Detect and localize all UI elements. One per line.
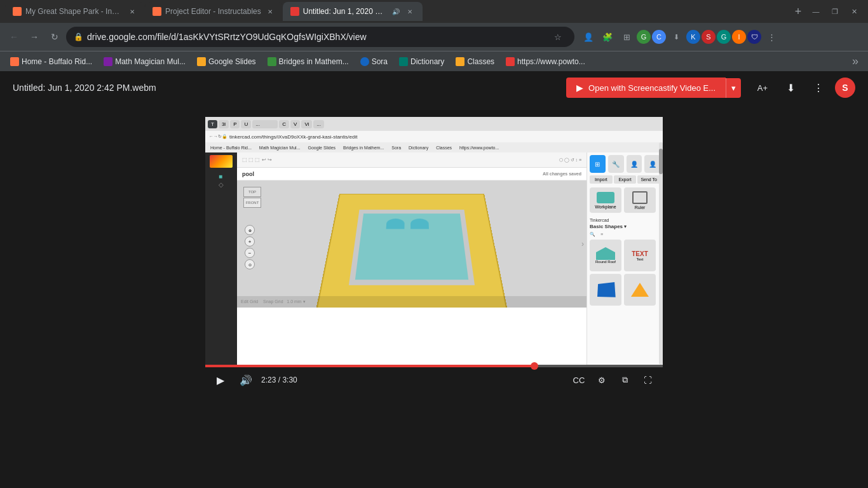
tc-toolbar: ⬚ ⬚ ⬚ ↩ ↪ ⬡ ◯ ↺ ↕ ≡ <box>237 152 587 168</box>
more-options-button[interactable]: ⋮ <box>807 76 830 99</box>
profile-icon[interactable]: 👤 <box>580 28 597 46</box>
bookmark-powto[interactable]: https://www.powto... <box>501 54 590 69</box>
tc-title-bar: pool All changes saved <box>237 168 587 180</box>
download-button[interactable]: ⬇ <box>779 76 802 99</box>
bookmark-slides[interactable]: Google Slides <box>192 54 261 69</box>
open-with-main[interactable]: ▶ Open with Screencastify Video E... <box>566 78 726 98</box>
bookmark-star[interactable]: ☆ <box>549 28 567 46</box>
tab-3[interactable]: Untitled: Jun 1, 2020 2:42 PM... 🔊 ✕ <box>283 2 423 21</box>
tc-ruler-icon <box>632 191 648 204</box>
bookmark-buffalo-label: Home - Buffalo Rid... <box>22 57 92 66</box>
tc-bm-7: Classes <box>433 145 454 151</box>
settings-button[interactable]: ⚙ <box>592 370 612 390</box>
tc-user-icon: 👤 <box>627 155 642 173</box>
tc-tab-2: 3l <box>219 120 229 128</box>
tab-3-favicon <box>290 7 299 16</box>
volume-button[interactable]: 🔊 <box>236 370 256 390</box>
back-button[interactable]: ← <box>5 28 23 46</box>
toolbar-right: 👤 🧩 ⊞ G C ⬇ K S G I 🛡 ⋮ <box>580 28 780 46</box>
screencastify-icon[interactable]: S <box>702 30 715 44</box>
bookmark-slides-icon <box>197 57 206 66</box>
bookmark-buffalo[interactable]: Home - Buffalo Rid... <box>5 54 97 69</box>
instruct-icon[interactable]: I <box>732 30 746 44</box>
shield-icon[interactable]: 🛡 <box>747 30 761 44</box>
video-container: T 3l P U ... C V Vi ... ←→↻🔒 <box>205 117 663 393</box>
tc-scrollbar-thumb[interactable] <box>659 149 663 174</box>
tc-bookmarks: Home - Buffalo Rid... Math Magician Mul.… <box>205 142 663 152</box>
open-with-button[interactable]: ▶ Open with Screencastify Video E... ▾ <box>566 78 741 98</box>
tc-address: ←→↻🔒 tinkercad.com/things/iXvaD9oXXk-gra… <box>205 131 663 142</box>
miniplayer-button[interactable]: ⧉ <box>614 370 635 390</box>
bookmark-sora[interactable]: Sora <box>355 54 393 69</box>
tc-workspace: ⬚ ⬚ ⬚ ↩ ↪ ⬡ ◯ ↺ ↕ ≡ pool All changes sav… <box>237 152 587 365</box>
bookmarks-bar: Home - Buffalo Rid... Math Magician Mul.… <box>0 51 868 71</box>
grid-icon[interactable]: ⊞ <box>618 28 635 46</box>
tc-workplane: Workplane <box>590 187 621 213</box>
tc-tab-9: ... <box>313 120 324 128</box>
user-avatar[interactable]: S <box>835 78 855 98</box>
tab-1[interactable]: My Great Shape Park - Instructabl... ✕ <box>5 2 145 21</box>
minimize-button[interactable]: — <box>807 3 825 20</box>
acrobat-button[interactable]: A+ <box>751 76 774 99</box>
bookmark-bridges[interactable]: Bridges in Mathem... <box>262 54 354 69</box>
bookmark-powto-icon <box>506 57 515 66</box>
address-bar[interactable]: 🔒 drive.google.com/file/d/1asKkVYtSRrtzY… <box>66 27 574 47</box>
refresh-button[interactable]: ↻ <box>46 28 64 46</box>
cc-button[interactable]: CC <box>569 370 589 390</box>
pool-accent1 <box>386 219 405 229</box>
forward-button[interactable]: → <box>25 28 43 46</box>
extensions-icon[interactable]: 🧩 <box>599 28 616 46</box>
tc-tab-5: ... <box>252 120 278 128</box>
video-screen[interactable]: T 3l P U ... C V Vi ... ←→↻🔒 <box>205 117 663 365</box>
tc-tinkercad-label: Tinkercad <box>590 218 660 222</box>
bookmark-classes-label: Classes <box>467 57 494 66</box>
bookmark-math-icon <box>104 57 112 66</box>
tc-tab-6: C <box>279 120 289 128</box>
tinkercad-frame: T 3l P U ... C V Vi ... ←→↻🔒 <box>205 117 663 365</box>
maximize-button[interactable]: ❐ <box>826 3 844 20</box>
bookmark-bridges-icon <box>268 57 276 66</box>
tc-tab-8: Vi <box>301 120 312 128</box>
close-button[interactable]: ✕ <box>845 3 863 20</box>
progress-bar[interactable] <box>205 365 663 367</box>
bookmark-dictionary-label: Dictionary <box>410 57 444 66</box>
current-time: 2:23 <box>261 376 276 384</box>
bookmark-buffalo-icon <box>10 57 19 66</box>
tc-shape-tab-list: ≡ <box>600 232 603 237</box>
address-text: drive.google.com/file/d/1asKkVYtSRrtzYO9… <box>87 32 545 42</box>
bookmark-powto-label: https://www.powto... <box>517 57 585 66</box>
bookmark-math[interactable]: Math Magician Mul... <box>98 54 191 69</box>
tc-nav-cube: TOP FRONT <box>243 187 269 219</box>
flag-icon[interactable]: K <box>686 30 700 44</box>
grammarly-icon[interactable]: G <box>717 30 731 44</box>
bookmark-classes[interactable]: Classes <box>451 54 499 69</box>
tab-2[interactable]: Project Editor - Instructables ✕ <box>145 2 283 21</box>
tc-bm-4: Bridges in Mathem... <box>341 145 386 151</box>
tab-3-close[interactable]: ✕ <box>405 6 415 17</box>
tab-1-favicon <box>13 7 22 16</box>
bookmark-dictionary[interactable]: Dictionary <box>394 54 449 69</box>
pool-accent2 <box>410 219 429 229</box>
fullscreen-button[interactable]: ⛶ <box>637 370 658 390</box>
tc-sidebar: ■ ◇ <box>205 152 237 365</box>
tab-2-close[interactable]: ✕ <box>265 6 275 17</box>
tc-shape-text-3d: TEXT <box>632 250 648 257</box>
bookmark-sora-icon <box>360 57 369 66</box>
chrome-menu[interactable]: ⋮ <box>763 28 780 46</box>
bookmarks-more[interactable]: » <box>848 54 863 69</box>
tc-export: Export <box>614 175 637 184</box>
tc-scrollbar[interactable] <box>659 142 663 365</box>
calendar-icon[interactable]: C <box>652 30 666 44</box>
open-with-dropdown[interactable]: ▾ <box>726 78 741 98</box>
tc-ruler-label: Ruler <box>635 205 646 210</box>
arrow-icon[interactable]: ⬇ <box>667 28 685 46</box>
bookmark-classes-icon <box>456 57 465 66</box>
tc-address-text: tinkercad.com/things/iXvaD9oXXk-grand-ka… <box>229 134 357 140</box>
play-button[interactable]: ▶ <box>210 370 231 390</box>
tc-bottom-bar: Edit Grid Snap Grid 1.0 mm ▾ <box>237 296 587 308</box>
tc-main: ■ ◇ ⬚ ⬚ ⬚ ↩ ↪ ⬡ ◯ ↺ ↕ ≡ pool All c <box>205 152 663 365</box>
new-tab-button[interactable]: + <box>789 3 807 20</box>
tc-shape-roof-label: Round Roof <box>595 260 616 264</box>
tab-1-close[interactable]: ✕ <box>127 6 137 17</box>
notifications-icon[interactable]: G <box>637 30 651 44</box>
